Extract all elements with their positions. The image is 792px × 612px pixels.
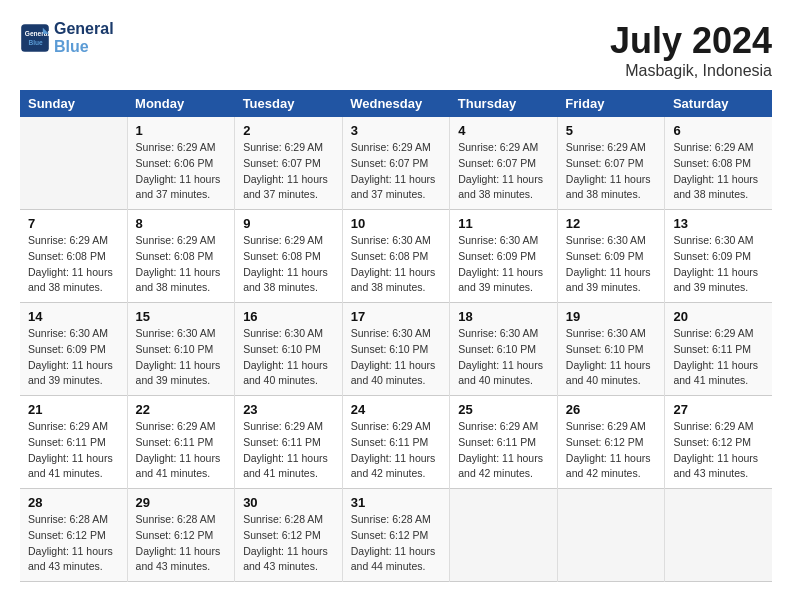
calendar-cell — [665, 489, 772, 582]
calendar-cell: 3Sunrise: 6:29 AMSunset: 6:07 PMDaylight… — [342, 117, 450, 210]
day-info: Sunrise: 6:29 AMSunset: 6:11 PMDaylight:… — [673, 326, 764, 389]
calendar-cell: 6Sunrise: 6:29 AMSunset: 6:08 PMDaylight… — [665, 117, 772, 210]
day-info: Sunrise: 6:29 AMSunset: 6:12 PMDaylight:… — [673, 419, 764, 482]
day-info: Sunrise: 6:29 AMSunset: 6:11 PMDaylight:… — [243, 419, 334, 482]
calendar-cell: 26Sunrise: 6:29 AMSunset: 6:12 PMDayligh… — [557, 396, 665, 489]
calendar-cell: 20Sunrise: 6:29 AMSunset: 6:11 PMDayligh… — [665, 303, 772, 396]
calendar-cell: 28Sunrise: 6:28 AMSunset: 6:12 PMDayligh… — [20, 489, 127, 582]
calendar-cell: 16Sunrise: 6:30 AMSunset: 6:10 PMDayligh… — [235, 303, 343, 396]
day-info: Sunrise: 6:30 AMSunset: 6:09 PMDaylight:… — [566, 233, 657, 296]
calendar-table: SundayMondayTuesdayWednesdayThursdayFrid… — [20, 90, 772, 582]
day-info: Sunrise: 6:30 AMSunset: 6:08 PMDaylight:… — [351, 233, 442, 296]
calendar-cell: 12Sunrise: 6:30 AMSunset: 6:09 PMDayligh… — [557, 210, 665, 303]
calendar-cell: 30Sunrise: 6:28 AMSunset: 6:12 PMDayligh… — [235, 489, 343, 582]
header-saturday: Saturday — [665, 90, 772, 117]
svg-text:Blue: Blue — [28, 39, 43, 46]
calendar-cell: 18Sunrise: 6:30 AMSunset: 6:10 PMDayligh… — [450, 303, 558, 396]
day-info: Sunrise: 6:30 AMSunset: 6:10 PMDaylight:… — [351, 326, 442, 389]
calendar-week-row: 7Sunrise: 6:29 AMSunset: 6:08 PMDaylight… — [20, 210, 772, 303]
logo: General Blue General Blue — [20, 20, 114, 56]
location-subtitle: Masbagik, Indonesia — [610, 62, 772, 80]
calendar-cell: 19Sunrise: 6:30 AMSunset: 6:10 PMDayligh… — [557, 303, 665, 396]
calendar-cell: 1Sunrise: 6:29 AMSunset: 6:06 PMDaylight… — [127, 117, 235, 210]
day-info: Sunrise: 6:30 AMSunset: 6:09 PMDaylight:… — [458, 233, 549, 296]
day-info: Sunrise: 6:30 AMSunset: 6:09 PMDaylight:… — [673, 233, 764, 296]
calendar-cell — [450, 489, 558, 582]
day-number: 11 — [458, 216, 549, 231]
day-info: Sunrise: 6:29 AMSunset: 6:11 PMDaylight:… — [458, 419, 549, 482]
calendar-cell: 23Sunrise: 6:29 AMSunset: 6:11 PMDayligh… — [235, 396, 343, 489]
day-number: 6 — [673, 123, 764, 138]
day-info: Sunrise: 6:28 AMSunset: 6:12 PMDaylight:… — [28, 512, 119, 575]
calendar-cell: 22Sunrise: 6:29 AMSunset: 6:11 PMDayligh… — [127, 396, 235, 489]
header-monday: Monday — [127, 90, 235, 117]
header-friday: Friday — [557, 90, 665, 117]
calendar-cell: 8Sunrise: 6:29 AMSunset: 6:08 PMDaylight… — [127, 210, 235, 303]
day-number: 4 — [458, 123, 549, 138]
calendar-cell: 10Sunrise: 6:30 AMSunset: 6:08 PMDayligh… — [342, 210, 450, 303]
day-number: 16 — [243, 309, 334, 324]
day-info: Sunrise: 6:29 AMSunset: 6:07 PMDaylight:… — [243, 140, 334, 203]
day-number: 25 — [458, 402, 549, 417]
day-number: 24 — [351, 402, 442, 417]
day-info: Sunrise: 6:29 AMSunset: 6:11 PMDaylight:… — [136, 419, 227, 482]
calendar-cell: 17Sunrise: 6:30 AMSunset: 6:10 PMDayligh… — [342, 303, 450, 396]
day-number: 7 — [28, 216, 119, 231]
day-number: 2 — [243, 123, 334, 138]
day-number: 26 — [566, 402, 657, 417]
day-info: Sunrise: 6:30 AMSunset: 6:10 PMDaylight:… — [458, 326, 549, 389]
header-thursday: Thursday — [450, 90, 558, 117]
day-info: Sunrise: 6:28 AMSunset: 6:12 PMDaylight:… — [351, 512, 442, 575]
day-number: 15 — [136, 309, 227, 324]
calendar-cell — [557, 489, 665, 582]
day-info: Sunrise: 6:29 AMSunset: 6:07 PMDaylight:… — [566, 140, 657, 203]
day-number: 21 — [28, 402, 119, 417]
day-number: 12 — [566, 216, 657, 231]
calendar-cell: 7Sunrise: 6:29 AMSunset: 6:08 PMDaylight… — [20, 210, 127, 303]
calendar-week-row: 28Sunrise: 6:28 AMSunset: 6:12 PMDayligh… — [20, 489, 772, 582]
calendar-week-row: 21Sunrise: 6:29 AMSunset: 6:11 PMDayligh… — [20, 396, 772, 489]
day-info: Sunrise: 6:28 AMSunset: 6:12 PMDaylight:… — [136, 512, 227, 575]
day-number: 28 — [28, 495, 119, 510]
day-info: Sunrise: 6:29 AMSunset: 6:06 PMDaylight:… — [136, 140, 227, 203]
page-header: General Blue General Blue July 2024 Masb… — [20, 20, 772, 80]
calendar-cell: 9Sunrise: 6:29 AMSunset: 6:08 PMDaylight… — [235, 210, 343, 303]
calendar-cell: 15Sunrise: 6:30 AMSunset: 6:10 PMDayligh… — [127, 303, 235, 396]
calendar-cell: 21Sunrise: 6:29 AMSunset: 6:11 PMDayligh… — [20, 396, 127, 489]
calendar-cell: 11Sunrise: 6:30 AMSunset: 6:09 PMDayligh… — [450, 210, 558, 303]
calendar-cell: 2Sunrise: 6:29 AMSunset: 6:07 PMDaylight… — [235, 117, 343, 210]
day-number: 20 — [673, 309, 764, 324]
day-info: Sunrise: 6:29 AMSunset: 6:07 PMDaylight:… — [351, 140, 442, 203]
day-info: Sunrise: 6:29 AMSunset: 6:08 PMDaylight:… — [673, 140, 764, 203]
calendar-week-row: 1Sunrise: 6:29 AMSunset: 6:06 PMDaylight… — [20, 117, 772, 210]
day-info: Sunrise: 6:30 AMSunset: 6:10 PMDaylight:… — [566, 326, 657, 389]
calendar-cell: 13Sunrise: 6:30 AMSunset: 6:09 PMDayligh… — [665, 210, 772, 303]
day-info: Sunrise: 6:30 AMSunset: 6:10 PMDaylight:… — [243, 326, 334, 389]
calendar-cell — [20, 117, 127, 210]
calendar-cell: 14Sunrise: 6:30 AMSunset: 6:09 PMDayligh… — [20, 303, 127, 396]
logo-icon: General Blue — [20, 23, 50, 53]
day-number: 29 — [136, 495, 227, 510]
day-number: 27 — [673, 402, 764, 417]
svg-rect-0 — [21, 24, 49, 52]
logo-text: General Blue — [54, 20, 114, 56]
header-sunday: Sunday — [20, 90, 127, 117]
month-year-title: July 2024 — [610, 20, 772, 62]
day-number: 1 — [136, 123, 227, 138]
day-number: 8 — [136, 216, 227, 231]
day-info: Sunrise: 6:29 AMSunset: 6:11 PMDaylight:… — [28, 419, 119, 482]
calendar-cell: 31Sunrise: 6:28 AMSunset: 6:12 PMDayligh… — [342, 489, 450, 582]
day-number: 18 — [458, 309, 549, 324]
day-info: Sunrise: 6:29 AMSunset: 6:08 PMDaylight:… — [28, 233, 119, 296]
calendar-cell: 5Sunrise: 6:29 AMSunset: 6:07 PMDaylight… — [557, 117, 665, 210]
day-info: Sunrise: 6:30 AMSunset: 6:09 PMDaylight:… — [28, 326, 119, 389]
calendar-cell: 24Sunrise: 6:29 AMSunset: 6:11 PMDayligh… — [342, 396, 450, 489]
day-number: 30 — [243, 495, 334, 510]
header-tuesday: Tuesday — [235, 90, 343, 117]
day-info: Sunrise: 6:29 AMSunset: 6:07 PMDaylight:… — [458, 140, 549, 203]
day-info: Sunrise: 6:28 AMSunset: 6:12 PMDaylight:… — [243, 512, 334, 575]
calendar-cell: 29Sunrise: 6:28 AMSunset: 6:12 PMDayligh… — [127, 489, 235, 582]
calendar-cell: 27Sunrise: 6:29 AMSunset: 6:12 PMDayligh… — [665, 396, 772, 489]
day-number: 17 — [351, 309, 442, 324]
day-number: 22 — [136, 402, 227, 417]
